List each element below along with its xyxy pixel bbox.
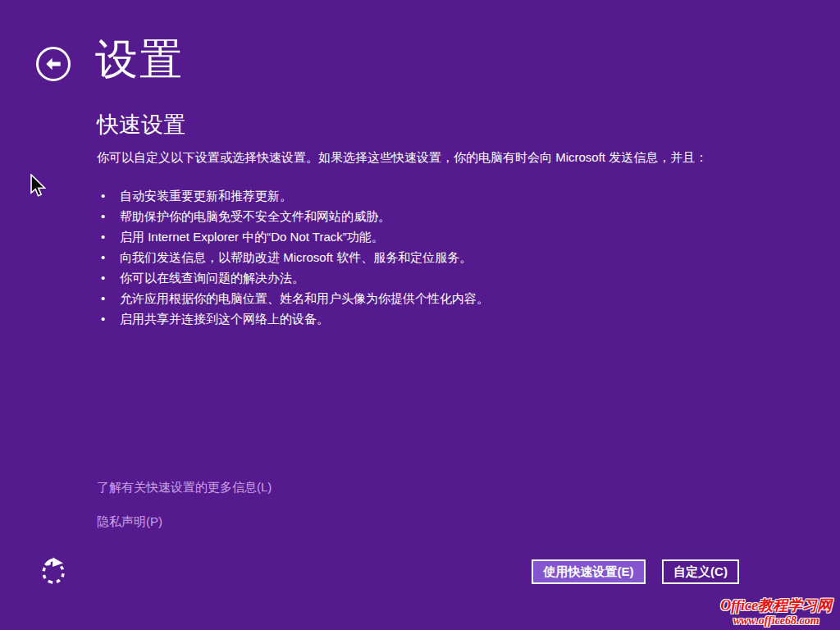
intro-text: 你可以自定义以下设置或选择快速设置。如果选择这些快速设置，你的电脑有时会向 Mi…: [97, 149, 778, 165]
section-title: 快速设置: [97, 110, 185, 139]
customize-button[interactable]: 自定义(C): [662, 559, 739, 584]
back-arrow-icon: [44, 55, 62, 73]
ease-of-access-button[interactable]: [39, 556, 70, 587]
use-express-settings-button[interactable]: 使用快速设置(E): [532, 559, 646, 584]
bullet-item: 自动安装重要更新和推荐更新。: [97, 185, 778, 206]
bullet-item: 启用共享并连接到这个网络上的设备。: [97, 308, 778, 329]
bullet-list: 自动安装重要更新和推荐更新。 帮助保护你的电脑免受不安全文件和网站的威胁。 启用…: [97, 185, 778, 329]
bullet-item: 帮助保护你的电脑免受不安全文件和网站的威胁。: [97, 206, 778, 226]
oobe-settings-screen: 设置 快速设置 你可以自定义以下设置或选择快速设置。如果选择这些快速设置，你的电…: [0, 0, 840, 630]
page-title: 设置: [95, 36, 184, 83]
bullet-item: 允许应用根据你的电脑位置、姓名和用户头像为你提供个性化内容。: [97, 288, 778, 308]
bullet-item: 你可以在线查询问题的解决办法。: [97, 267, 778, 288]
watermark-line2: www.office68.com: [720, 614, 832, 627]
back-button[interactable]: [36, 47, 71, 81]
link-express-settings-info[interactable]: 了解有关快速设置的更多信息(L): [97, 480, 272, 495]
bullet-item: 启用 Internet Explorer 中的“Do Not Track”功能。: [97, 226, 778, 247]
link-privacy-statement[interactable]: 隐私声明(P): [97, 514, 162, 530]
mouse-cursor: [30, 174, 48, 202]
ease-of-access-icon: [39, 556, 70, 586]
bullet-item: 向我们发送信息，以帮助改进 Microsoft 软件、服务和定位服务。: [97, 247, 778, 267]
watermark-line1: Office教程学习网: [720, 598, 832, 614]
watermark: Office教程学习网 www.office68.com: [720, 598, 832, 627]
